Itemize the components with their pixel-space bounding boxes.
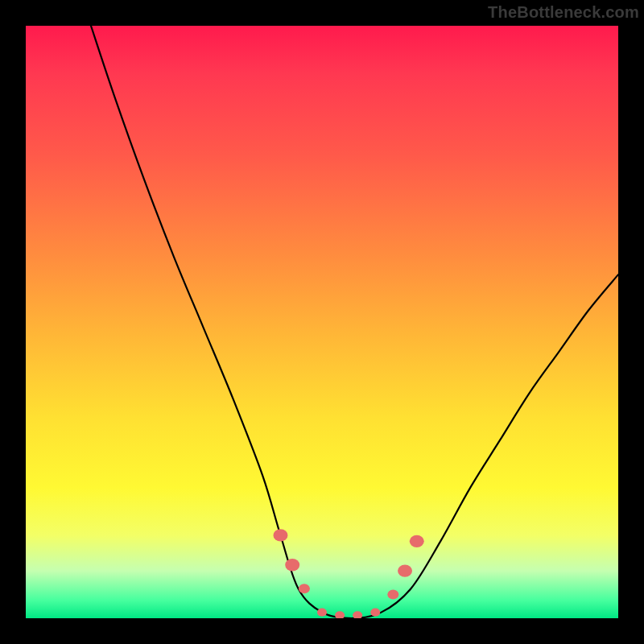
- chart-frame: TheBottleneck.com: [0, 0, 644, 644]
- curve-svg: [26, 26, 618, 618]
- marker-point: [398, 564, 412, 576]
- marker-point: [299, 584, 310, 593]
- bottleneck-curve: [91, 26, 618, 618]
- marker-point: [273, 529, 287, 541]
- plot-area: [26, 26, 618, 618]
- marker-point: [410, 535, 424, 547]
- marker-point: [317, 609, 327, 617]
- marker-point: [335, 611, 345, 618]
- marker-point: [353, 611, 362, 618]
- watermark-text: TheBottleneck.com: [488, 3, 639, 22]
- marker-point: [387, 590, 398, 600]
- marker-point: [370, 609, 380, 617]
- marker-point: [285, 559, 299, 571]
- highlighted-points: [273, 529, 423, 618]
